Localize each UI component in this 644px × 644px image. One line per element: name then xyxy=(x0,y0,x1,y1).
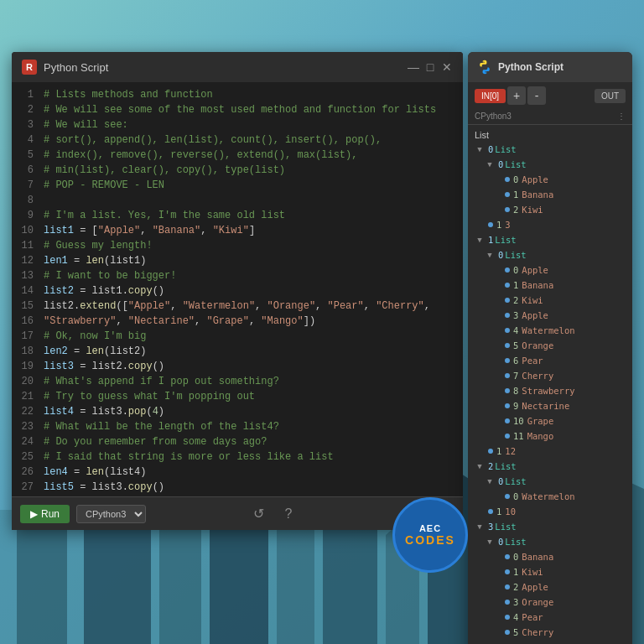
help-button[interactable]: ? xyxy=(277,502,300,526)
dot-icon xyxy=(505,207,510,212)
list-item: 9Nectarine xyxy=(505,398,632,413)
dot-icon xyxy=(505,328,510,333)
aec-top-text: AEC xyxy=(419,523,441,533)
dot-icon xyxy=(505,584,510,589)
svg-rect-9 xyxy=(277,527,314,644)
dot-icon xyxy=(505,630,510,635)
dot-icon xyxy=(505,569,510,574)
tree-node-1-toggle[interactable]: ▼ 1 List xyxy=(468,232,632,247)
out-button[interactable]: OUT xyxy=(595,89,626,103)
run-icon: ▶ xyxy=(30,508,38,520)
tree-node-2-toggle[interactable]: ▼ 2 List xyxy=(468,459,632,474)
dot-icon xyxy=(505,343,510,348)
minus-button[interactable]: - xyxy=(527,86,546,105)
interpreter-select[interactable]: CPython3 xyxy=(76,505,146,523)
svg-rect-5 xyxy=(159,518,201,644)
aec-circle: AEC CODES xyxy=(392,497,468,573)
dot-icon xyxy=(505,494,510,499)
run-button[interactable]: ▶ Run xyxy=(20,505,70,523)
expand-icon-2: ▼ xyxy=(475,461,485,471)
list-item: 1 Banana xyxy=(505,187,632,202)
refresh-button[interactable]: ↺ xyxy=(247,502,270,526)
dot-icon xyxy=(488,449,493,454)
list-item: 0Banana xyxy=(505,549,632,564)
dot-icon xyxy=(505,192,510,197)
dot-icon xyxy=(505,358,510,363)
tree-node-3-toggle[interactable]: ▼ 3 List xyxy=(468,519,632,534)
dot-icon xyxy=(505,267,510,273)
list-item: 4Watermelon xyxy=(505,323,632,338)
titlebar-controls: — □ ✕ xyxy=(408,61,453,73)
output-header: Python Script xyxy=(468,52,632,82)
editor-titlebar: R Python Script — □ ✕ xyxy=(12,52,463,82)
dot-icon xyxy=(505,403,510,408)
tree-container[interactable]: List ▼ 0 List ▼ 0 List 0 xyxy=(468,125,632,644)
dot-icon xyxy=(505,615,510,620)
minimize-button[interactable]: — xyxy=(408,61,419,73)
dot-icon xyxy=(488,509,493,514)
dot-icon xyxy=(505,373,510,378)
list-item: 1Kiwi xyxy=(505,564,632,579)
list-item: 2Kiwi xyxy=(505,293,632,308)
close-button[interactable]: ✕ xyxy=(441,61,453,73)
python-logo-icon xyxy=(476,59,493,75)
list-item: 3Apple xyxy=(505,308,632,323)
tree-node-0-sub-toggle[interactable]: ▼ 0 List xyxy=(485,157,632,172)
expand-icon-1: ▼ xyxy=(475,235,485,245)
list-item: 0Apple xyxy=(505,262,632,278)
dot-icon xyxy=(505,554,510,559)
tree-node-3-sub-toggle[interactable]: ▼ 0 List xyxy=(485,534,632,549)
tree-node-2: ▼ 2 List ▼ 0 List 0Watermelon 1 xyxy=(468,459,632,519)
list-item: 6Strawberry xyxy=(505,640,632,644)
list-item: 5Cherry xyxy=(505,625,632,640)
dot-icon xyxy=(505,388,510,393)
editor-icon: R xyxy=(22,60,37,75)
tree-node-2-children: ▼ 0 List 0Watermelon 1 10 xyxy=(468,474,632,519)
dot-icon xyxy=(505,418,510,423)
dot-icon xyxy=(505,283,510,288)
list-item: 11Mango xyxy=(505,428,632,444)
tree-node-2-sub-toggle[interactable]: ▼ 0 List xyxy=(485,474,632,489)
length-item-2: 1 10 xyxy=(485,504,632,519)
tree-node-2-items: 0Watermelon xyxy=(485,489,632,504)
tree-node-0: ▼ 0 List ▼ 0 List 0 Apple xyxy=(468,142,632,232)
tree-node-1: ▼ 1 List ▼ 0 List 0Apple 1Banana 2Kiwi 3… xyxy=(468,232,632,459)
line-numbers: 12345 678910 1112131415 1617181920 21222… xyxy=(12,82,37,496)
tree-node-3-items: 0Banana 1Kiwi 2Apple 3Orange 4Pear 5Cher… xyxy=(485,549,632,644)
list-item: 3Orange xyxy=(505,595,632,610)
editor-window: R Python Script — □ ✕ 12345 678910 11121… xyxy=(12,52,463,530)
plus-button[interactable]: + xyxy=(507,86,526,105)
dot-icon xyxy=(505,434,510,439)
maximize-button[interactable]: □ xyxy=(424,61,436,73)
tree-root: List xyxy=(468,128,632,142)
tree-node-0-toggle[interactable]: ▼ 0 List xyxy=(468,142,632,157)
tree-node-0-children: ▼ 0 List 0 Apple 1 xyxy=(468,157,632,232)
output-title: Python Script xyxy=(498,61,564,73)
interpreter-label: CPython3 ⋮ xyxy=(468,109,632,125)
aec-logo: AEC CODES xyxy=(392,497,468,573)
tree-node-0-items: 0 Apple 1 Banana 2 Kiwi xyxy=(485,172,632,217)
tree-node-1-sub-toggle[interactable]: ▼ 0 List xyxy=(485,247,632,262)
dot-icon xyxy=(505,298,510,303)
list-item: 5Orange xyxy=(505,338,632,353)
list-item: 4Pear xyxy=(505,610,632,625)
list-item: 8Strawberry xyxy=(505,383,632,398)
dot-icon xyxy=(505,600,510,605)
editor-title: Python Script xyxy=(44,61,401,74)
list-item: 0 Apple xyxy=(505,172,632,187)
list-item: 2Apple xyxy=(505,579,632,595)
expand-icon-3: ▼ xyxy=(475,522,485,532)
list-item: 0Watermelon xyxy=(505,489,632,504)
length-item-1: 1 12 xyxy=(485,444,632,459)
dot-icon xyxy=(505,313,510,318)
in-button[interactable]: IN[0] xyxy=(475,89,506,103)
list-item: 2 Kiwi xyxy=(505,202,632,217)
dot-icon xyxy=(505,177,510,182)
code-editor[interactable]: # Lists methods and function # We will s… xyxy=(37,82,463,496)
list-item: 10Grape xyxy=(505,413,632,428)
tree-node-3: ▼ 3 List ▼ 0 List 0Banana 1Kiwi 2Apple 3… xyxy=(468,519,632,644)
output-controls: IN[0] + - OUT xyxy=(468,82,632,109)
tree-node-1-items: 0Apple 1Banana 2Kiwi 3Apple 4Watermelon … xyxy=(485,262,632,444)
aec-codes-text: CODES xyxy=(405,533,455,547)
length-item-0: 1 3 xyxy=(485,217,632,232)
